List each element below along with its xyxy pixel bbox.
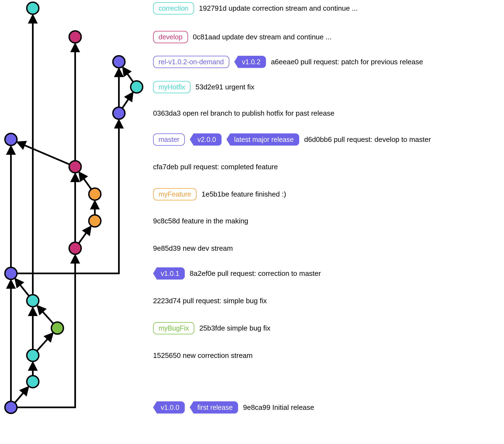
commit-node (89, 215, 101, 227)
commit-row: 0363da3 open rel branch to publish hotfi… (153, 106, 497, 120)
commit-node (5, 401, 17, 413)
commit-node (69, 161, 81, 173)
commit-node (27, 295, 39, 307)
graph-edge (17, 142, 70, 164)
commit-node (69, 242, 81, 254)
commit-node (113, 56, 125, 68)
commit-message: 0c81aad update dev stream and continue .… (193, 33, 332, 41)
commit-row: myBugFix25b3fde simple bug fix (153, 321, 497, 335)
commit-row: 1525650 new correction stream (153, 349, 497, 362)
commit-row: rel-v1.0.2-on-demandv1.0.2a6eeae0 pull r… (153, 55, 497, 69)
graph-edge (79, 227, 91, 243)
graph-edge (37, 306, 53, 323)
branch-badge: develop (153, 31, 188, 43)
commit-row: myFeature1e5b1be feature finished :) (153, 187, 497, 201)
graph-edge (122, 93, 133, 108)
branch-badge: myFeature (153, 188, 197, 200)
tag-badge: first release (190, 401, 238, 414)
commit-message: d6d0bb6 pull request: develop to master (304, 135, 431, 144)
commit-message: 2223d74 pull request: simple bug fix (153, 297, 267, 305)
graph-edge (79, 173, 91, 189)
commit-node (89, 188, 101, 200)
commit-row: 9e85d39 new dev stream (153, 241, 497, 255)
branch-badge: correction (153, 2, 194, 14)
commit-message: 8a2ef0e pull request: correction to mast… (190, 269, 321, 278)
branch-badge: myHotfix (153, 81, 191, 93)
commit-row: correction192791d update correction stre… (153, 1, 497, 15)
graph-edge (15, 387, 28, 403)
commit-row: develop0c81aad update dev stream and con… (153, 30, 497, 44)
commit-node (113, 107, 125, 119)
commit-node (5, 133, 17, 145)
commit-message: cfa7deb pull request: completed feature (153, 163, 278, 171)
commit-message: 53d2e91 urgent fix (195, 83, 254, 91)
commit-row: v1.0.0first release9e8ca99 Initial relea… (153, 401, 497, 414)
commit-message: 9e8ca99 Initial release (243, 403, 314, 412)
commit-node (27, 2, 39, 14)
branch-badge: myBugFix (153, 322, 194, 334)
commit-row: v1.0.18a2ef0e pull request: correction t… (153, 267, 497, 280)
tag-badge: latest major release (227, 133, 299, 146)
commit-message: 9c8c58d feature in the making (153, 217, 248, 225)
commit-row: masterv2.0.0latest major released6d0bb6 … (153, 133, 497, 146)
commit-node (27, 376, 39, 388)
tag-badge: v2.0.0 (190, 133, 221, 146)
commit-node (69, 31, 81, 43)
tag-badge: v1.0.0 (153, 401, 185, 414)
tag-badge: v1.0.2 (234, 56, 266, 68)
commit-row: 2223d74 pull request: simple bug fix (153, 294, 497, 308)
commit-row: cfa7deb pull request: completed feature (153, 160, 497, 174)
graph-edge (37, 333, 53, 351)
graph-edge (15, 279, 29, 296)
branch-badge: master (153, 133, 185, 146)
tag-badge: v1.0.1 (153, 267, 185, 280)
commit-node (131, 81, 143, 93)
graph-edge (123, 68, 133, 82)
commit-row: myHotfix53d2e91 urgent fix (153, 80, 497, 94)
commit-node (51, 322, 63, 334)
branch-badge: rel-v1.0.2-on-demand (153, 56, 229, 68)
commit-message: 0363da3 open rel branch to publish hotfi… (153, 109, 334, 118)
commit-message: a6eeae0 pull request: patch for previous… (271, 58, 423, 66)
commit-message: 1525650 new correction stream (153, 351, 253, 360)
commit-node (5, 267, 17, 279)
git-graph (0, 0, 153, 443)
commit-message: 25b3fde simple bug fix (199, 324, 270, 332)
commit-message: 1e5b1be feature finished :) (201, 190, 286, 198)
commit-message: 192791d update correction stream and con… (199, 4, 358, 13)
commit-message: 9e85d39 new dev stream (153, 244, 233, 253)
commit-row: 9c8c58d feature in the making (153, 214, 497, 228)
commit-node (27, 349, 39, 361)
graph-edge (17, 255, 75, 407)
